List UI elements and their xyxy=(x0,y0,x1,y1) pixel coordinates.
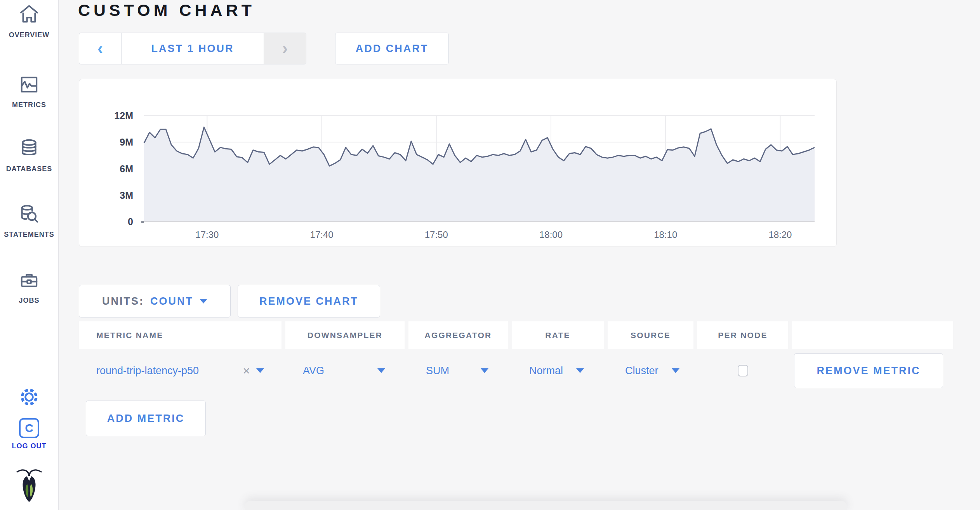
database-icon xyxy=(0,138,58,161)
sidebar-item-overview[interactable]: OVERVIEW xyxy=(0,3,58,39)
rate-value: Normal xyxy=(529,365,563,377)
per-node-cell xyxy=(697,365,788,376)
time-range-selector: ‹ LAST 1 HOUR › xyxy=(79,33,306,64)
svg-text:3M: 3M xyxy=(120,190,133,201)
sidebar-item-logout[interactable]: C LOG OUT xyxy=(0,418,58,450)
units-dropdown[interactable]: UNITS: COUNT xyxy=(79,285,231,317)
sidebar-item-label: JOBS xyxy=(0,297,58,305)
chevron-down-icon xyxy=(256,368,264,373)
sidebar-item-settings[interactable] xyxy=(0,386,58,410)
svg-text:9M: 9M xyxy=(120,137,133,147)
time-range-next-button[interactable]: › xyxy=(264,33,306,64)
close-icon[interactable]: × xyxy=(243,364,250,378)
svg-text:18:10: 18:10 xyxy=(654,229,677,240)
metric-name-select[interactable]: round-trip-latency-p50 × xyxy=(79,364,281,378)
column-header-downsampler: DOWNSAMPLER xyxy=(285,321,405,349)
column-header-source: SOURCE xyxy=(608,321,693,349)
latency-area-chart[interactable]: 03M6M9M12M17:3017:4017:5018:0018:1018:20 xyxy=(79,79,836,246)
chevron-down-icon xyxy=(481,368,488,373)
svg-text:0: 0 xyxy=(128,216,133,227)
column-header-metric-name: METRIC NAME xyxy=(79,321,281,349)
bottom-sheet-shadow xyxy=(245,501,847,510)
aggregator-select[interactable]: SUM xyxy=(408,365,508,377)
aggregator-value: SUM xyxy=(426,365,449,377)
add-chart-button[interactable]: ADD CHART xyxy=(335,33,449,64)
add-metric-button[interactable]: ADD METRIC xyxy=(86,401,206,436)
svg-text:18:20: 18:20 xyxy=(768,229,792,240)
custom-chart-page: OVERVIEW METRICS DATABASE xyxy=(0,0,980,510)
cockroach-bug-icon xyxy=(0,467,58,506)
svg-text:17:30: 17:30 xyxy=(195,229,219,240)
chevron-down-icon xyxy=(576,368,584,373)
chevron-right-icon: › xyxy=(282,40,288,57)
chevron-down-icon xyxy=(672,368,679,373)
per-node-checkbox[interactable] xyxy=(738,365,748,376)
source-value: Cluster xyxy=(625,365,659,377)
units-label: UNITS: xyxy=(102,295,144,307)
time-range-dropdown[interactable]: LAST 1 HOUR xyxy=(122,33,264,64)
logout-label: LOG OUT xyxy=(0,442,58,450)
chevron-down-icon xyxy=(377,368,385,373)
sidebar-cockroach-logo xyxy=(0,467,58,506)
svg-text:18:00: 18:00 xyxy=(539,229,563,240)
page-title: CUSTOM CHART xyxy=(78,1,255,20)
table-row: round-trip-latency-p50 × AVG SUM Normal … xyxy=(79,349,953,393)
chevron-down-icon xyxy=(200,299,207,304)
sidebar-item-metrics[interactable]: METRICS xyxy=(0,74,58,109)
jobs-icon xyxy=(0,269,58,293)
time-range-prev-button[interactable]: ‹ xyxy=(79,33,122,64)
svg-text:17:40: 17:40 xyxy=(310,229,334,240)
svg-text:17:50: 17:50 xyxy=(425,229,448,240)
downsampler-select[interactable]: AVG xyxy=(285,365,405,377)
sidebar-item-jobs[interactable]: JOBS xyxy=(0,269,58,305)
metrics-table-header: METRIC NAME DOWNSAMPLER AGGREGATOR RATE … xyxy=(79,321,953,349)
units-value: COUNT xyxy=(150,295,193,307)
sidebar-item-label: METRICS xyxy=(0,101,58,109)
downsampler-value: AVG xyxy=(303,365,324,377)
sidebar-item-databases[interactable]: DATABASES xyxy=(0,138,58,173)
metric-name-value: round-trip-latency-p50 xyxy=(96,365,199,377)
rate-select[interactable]: Normal xyxy=(512,365,604,377)
sidebar-item-statements[interactable]: STATEMENTS xyxy=(0,203,58,239)
svg-text:6M: 6M xyxy=(120,163,133,174)
column-header-aggregator: AGGREGATOR xyxy=(408,321,508,349)
home-icon xyxy=(0,3,58,27)
actions-cell: REMOVE METRIC xyxy=(792,353,953,388)
metrics-icon xyxy=(0,74,58,97)
chart-card: 03M6M9M12M17:3017:4017:5018:0018:1018:20 xyxy=(79,79,837,247)
statements-icon xyxy=(0,203,58,227)
gear-icon xyxy=(0,386,58,410)
sidebar: OVERVIEW METRICS DATABASE xyxy=(0,0,59,510)
column-header-rate: RATE xyxy=(512,321,604,349)
remove-metric-button[interactable]: REMOVE METRIC xyxy=(794,353,943,388)
chevron-left-icon: ‹ xyxy=(97,40,103,57)
cockroach-c-logo-icon: C xyxy=(19,418,39,438)
svg-text:12M: 12M xyxy=(114,110,133,121)
column-header-per-node: PER NODE xyxy=(697,321,788,349)
column-header-actions xyxy=(792,321,953,349)
sidebar-item-label: OVERVIEW xyxy=(0,31,58,39)
sidebar-item-label: STATEMENTS xyxy=(0,231,58,239)
source-select[interactable]: Cluster xyxy=(608,365,693,377)
sidebar-item-label: DATABASES xyxy=(0,165,58,173)
remove-chart-button[interactable]: REMOVE CHART xyxy=(238,285,380,317)
